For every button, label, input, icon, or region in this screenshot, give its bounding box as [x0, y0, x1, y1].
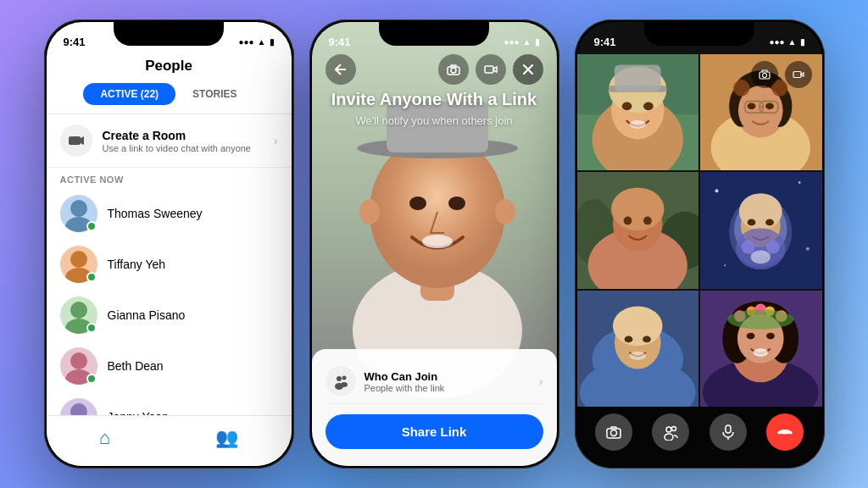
- phone-3: 9:41 ●●● ▲ ▮: [575, 19, 825, 469]
- svg-point-69: [643, 217, 652, 225]
- chevron-right-icon: ›: [539, 374, 543, 388]
- end-call-button[interactable]: [766, 413, 804, 451]
- svg-point-31: [337, 376, 342, 381]
- camera-button[interactable]: [751, 61, 778, 88]
- tabs-row: ACTIVE (22) STORIES: [47, 83, 292, 105]
- video-button[interactable]: [785, 61, 812, 88]
- svg-point-108: [766, 332, 775, 339]
- grid-cell-4: [700, 172, 822, 288]
- create-room-item[interactable]: Create a Room Use a link to video chat w…: [47, 114, 292, 168]
- people-nav-icon[interactable]: 👥: [215, 427, 238, 449]
- camera-flip-button[interactable]: [438, 54, 469, 85]
- svg-point-6: [70, 302, 87, 319]
- signal-icon: ●●●: [769, 37, 784, 47]
- tab-stories[interactable]: STORIES: [175, 83, 253, 105]
- svg-point-4: [70, 251, 87, 268]
- svg-point-47: [629, 120, 646, 129]
- svg-point-26: [359, 199, 380, 225]
- svg-point-68: [623, 217, 632, 225]
- svg-point-84: [751, 251, 771, 264]
- svg-point-110: [611, 430, 617, 436]
- tab-active[interactable]: ACTIVE (22): [83, 83, 175, 105]
- camera-toggle-button[interactable]: [595, 413, 632, 451]
- battery-icon: ▮: [270, 37, 275, 47]
- svg-point-106: [727, 309, 793, 329]
- avatar-wrap: [60, 195, 97, 232]
- svg-point-56: [765, 103, 774, 109]
- wifi-icon: ▲: [258, 37, 266, 47]
- svg-point-114: [672, 427, 676, 431]
- phone-2: 9:41 ●●● ▲ ▮: [309, 19, 559, 469]
- svg-point-35: [762, 74, 766, 78]
- svg-point-112: [666, 427, 671, 432]
- svg-rect-30: [485, 66, 493, 73]
- svg-marker-1: [81, 136, 84, 145]
- who-can-join-row[interactable]: Who Can Join People with the link ›: [326, 359, 543, 404]
- list-item[interactable]: Thomas Sweeney: [47, 188, 292, 239]
- contact-name: Thomas Sweeney: [108, 207, 203, 220]
- list-item[interactable]: Tiffany Yeh: [47, 239, 292, 290]
- svg-point-24: [448, 197, 465, 210]
- create-room-text: Create a Room Use a link to video chat w…: [103, 129, 274, 153]
- battery-icon: ▮: [535, 37, 540, 47]
- microphone-button[interactable]: [709, 413, 747, 451]
- wifi-icon: ▲: [523, 37, 531, 47]
- svg-point-28: [451, 68, 456, 73]
- svg-point-73: [724, 265, 726, 267]
- people-icon: [326, 366, 356, 396]
- svg-rect-37: [793, 72, 801, 78]
- svg-point-83: [766, 241, 780, 254]
- svg-point-34: [341, 382, 348, 387]
- back-button[interactable]: [326, 54, 356, 85]
- svg-rect-115: [726, 425, 731, 433]
- contact-name: Beth Dean: [108, 359, 164, 373]
- notch-1: [114, 22, 224, 46]
- svg-point-89: [612, 306, 662, 346]
- svg-point-8: [70, 352, 87, 369]
- who-can-join-sublabel: People with the link: [364, 383, 539, 393]
- svg-point-55: [748, 103, 756, 109]
- invite-subtitle: We'll notify you when others join: [312, 114, 557, 127]
- svg-point-91: [643, 336, 651, 342]
- svg-point-80: [765, 219, 774, 226]
- svg-rect-0: [69, 136, 81, 145]
- svg-point-79: [748, 219, 756, 226]
- online-indicator: [86, 272, 97, 282]
- svg-point-67: [611, 188, 664, 231]
- create-room-title: Create a Room: [103, 129, 274, 142]
- status-time-2: 9:41: [329, 36, 351, 48]
- home-nav-icon[interactable]: ⌂: [99, 427, 110, 449]
- group-video-grid: [577, 54, 822, 407]
- right-controls: [438, 54, 543, 85]
- chevron-right-icon: ›: [274, 134, 278, 147]
- create-room-subtitle: Use a link to video chat with anyone: [103, 143, 274, 153]
- share-link-button[interactable]: Share Link: [326, 414, 543, 449]
- close-button[interactable]: [513, 54, 543, 85]
- svg-point-33: [342, 376, 346, 380]
- video-button[interactable]: [476, 54, 506, 85]
- who-can-join-label: Who Can Join: [364, 370, 539, 383]
- svg-point-2: [70, 200, 87, 217]
- svg-point-71: [715, 190, 719, 193]
- group-top-controls: [577, 54, 822, 95]
- svg-point-45: [621, 102, 632, 110]
- avatar-wrap: [60, 297, 97, 334]
- battery-icon: ▮: [800, 37, 805, 47]
- svg-point-107: [747, 332, 755, 339]
- list-item[interactable]: Beth Dean: [47, 341, 292, 391]
- bottom-navigation: ⌂ 👥: [47, 415, 292, 466]
- grid-cell-5: [577, 291, 699, 407]
- people-list-button[interactable]: [652, 413, 689, 451]
- list-item[interactable]: Gianna Pisano: [47, 290, 292, 341]
- svg-point-82: [742, 241, 755, 254]
- wifi-icon: ▲: [788, 37, 797, 47]
- contact-name: Gianna Pisano: [108, 308, 186, 322]
- page-title: People: [47, 58, 292, 75]
- status-icons-3: ●●● ▲ ▮: [769, 37, 804, 47]
- notch-2: [379, 22, 489, 46]
- svg-point-27: [495, 199, 515, 225]
- status-icons-2: ●●● ▲ ▮: [504, 37, 539, 47]
- create-room-icon: [60, 125, 92, 157]
- contact-name: Tiffany Yeh: [108, 258, 166, 271]
- status-icons-1: ●●● ▲ ▮: [238, 37, 274, 47]
